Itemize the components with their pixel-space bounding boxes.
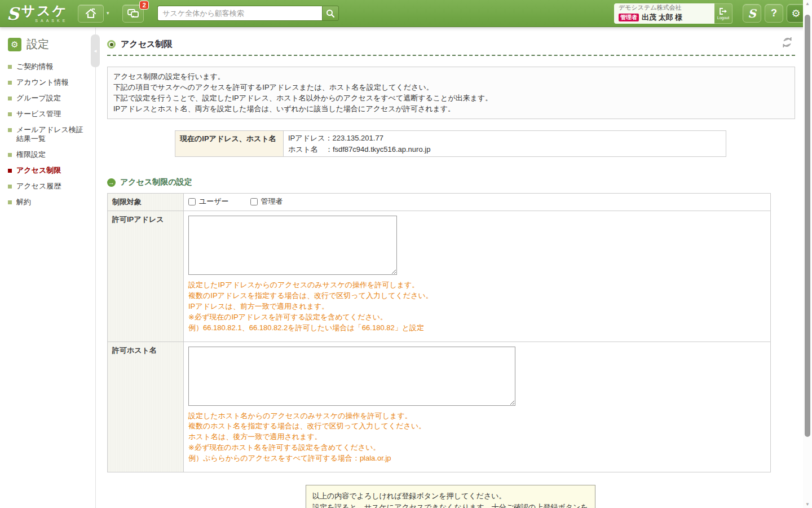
description-line: 下記の項目でサスケへのアクセスを許可するIPアドレスまたは、ホスト名を設定してく… — [113, 82, 789, 93]
bullet-icon — [8, 65, 12, 69]
current-address-label: 現在のIPアドレス、ホスト名 — [175, 131, 284, 157]
sidebar-item-mail-verification[interactable]: メールアドレス検証結果一覧 — [8, 125, 95, 144]
host-notes: 設定したホスト名からのアクセスのみサスケの操作を許可します。 複数のホスト名を指… — [188, 411, 766, 464]
saaske-logo-icon: S — [7, 6, 19, 23]
sidebar-item-account[interactable]: アカウント情報 — [8, 78, 95, 87]
confirm-line: 以上の内容でよろしければ登録ボタンを押してください。 — [312, 491, 589, 502]
main-content: アクセス制限 アクセス制限の設定を行います。 下記の項目でサスケへのアクセスを許… — [96, 28, 803, 508]
admin-checkbox[interactable] — [250, 198, 258, 205]
page-title-bullet-icon — [107, 40, 116, 49]
sidebar-item-permissions[interactable]: 権限設定 — [8, 150, 95, 160]
logout-button[interactable]: Logout — [714, 3, 732, 24]
bullet-icon — [8, 169, 12, 173]
bullet-icon — [8, 128, 12, 132]
search-button[interactable] — [322, 6, 339, 21]
description-line: アクセス制限の設定を行います。 — [113, 72, 789, 82]
bullet-icon — [8, 97, 12, 100]
notification-badge: 2 — [139, 1, 149, 10]
home-button[interactable] — [78, 5, 104, 23]
ip-notes: 設定したIPアドレスからのアクセスのみサスケの操作を許可します。 複数のIPアド… — [188, 280, 766, 333]
home-dropdown-caret[interactable]: ▼ — [105, 11, 110, 16]
description-box: アクセス制限の設定を行います。 下記の項目でサスケへのアクセスを許可するIPアド… — [107, 67, 795, 119]
sidebar-title-label: 設定 — [27, 37, 49, 52]
user-info-box: デモシステム株式会社 管理者 出茂 太郎 様 — [614, 3, 714, 24]
confirm-box: 以上の内容でよろしければ登録ボタンを押してください。 設定を誤ると、サスケにアク… — [306, 485, 595, 508]
allowed-host-label: 許可ホスト名 — [108, 341, 184, 472]
search-input[interactable] — [157, 6, 322, 21]
logo-subtext: SAASKE — [35, 19, 68, 23]
refresh-icon — [780, 36, 794, 49]
chat-icon — [127, 8, 139, 19]
sidebar-item-contract[interactable]: ご契約情報 — [8, 62, 95, 72]
section-arrow-icon: → — [107, 178, 116, 187]
logout-label: Logout — [717, 16, 729, 20]
gear-icon: ⚙ — [791, 7, 800, 20]
title-divider — [107, 55, 795, 56]
bullet-icon — [8, 153, 12, 157]
saaske-home-button[interactable]: S — [743, 4, 761, 23]
settings-gear-icon: ⚙ — [8, 38, 21, 51]
sidebar-item-group[interactable]: グループ設定 — [8, 94, 95, 103]
page-scrollbar: ▲ ▼ — [803, 0, 812, 508]
user-name: 出茂 太郎 様 — [642, 12, 682, 23]
bullet-icon — [8, 200, 12, 204]
checkbox-user[interactable]: ユーザー — [188, 196, 229, 207]
description-line: IPアドレスとホスト名、両方を設定した場合は、いずれかに該当した場合にアクセスが… — [113, 104, 789, 115]
scroll-down-arrow[interactable]: ▼ — [803, 502, 812, 507]
collapse-arrow-icon: ◄ — [93, 49, 98, 54]
settings-sidebar: ◄ ⚙ 設定 ご契約情報 アカウント情報 グループ設定 サービス管理 メールアド… — [0, 28, 96, 508]
refresh-button[interactable] — [780, 36, 794, 49]
home-icon — [85, 8, 96, 19]
current-host-value: ホスト名 ：fsdf87c94d.tkyc516.ap.nuro.jp — [288, 144, 721, 155]
company-name: デモシステム株式会社 — [619, 4, 710, 11]
description-line: 下記で設定を行うことで、設定したIPアドレス、ホスト名以外からのアクセスをすべて… — [113, 93, 789, 104]
sidebar-item-access-history[interactable]: アクセス履歴 — [8, 182, 95, 191]
current-ip-value: IPアドレス：223.135.201.77 — [288, 133, 721, 144]
bullet-icon — [8, 112, 12, 116]
help-button[interactable]: ? — [765, 4, 783, 23]
restriction-target-label: 制限対象 — [108, 194, 184, 211]
role-badge: 管理者 — [619, 14, 639, 21]
page-title: アクセス制限 — [121, 39, 172, 50]
sidebar-collapse-tab[interactable]: ◄ — [91, 34, 100, 67]
search-icon — [326, 9, 335, 18]
user-checkbox[interactable] — [188, 198, 196, 205]
current-address-table: 現在のIPアドレス、ホスト名 IPアドレス：223.135.201.77 ホスト… — [175, 130, 726, 157]
section-title: アクセス制限の設定 — [120, 177, 192, 187]
logout-icon — [719, 7, 728, 15]
confirm-line: 設定を誤ると、サスケにアクセスできなくなります。十分ご確認の上登録ボタンを押して… — [312, 502, 589, 508]
scrollbar-thumb[interactable] — [805, 15, 810, 437]
sidebar-item-cancel[interactable]: 解約 — [8, 198, 95, 207]
sidebar-item-access-restriction[interactable]: アクセス制限 — [8, 166, 95, 176]
bullet-icon — [8, 185, 12, 189]
access-restriction-form: 制限対象 ユーザー 管理者 許可IPアドレス — [107, 193, 771, 472]
bullet-icon — [8, 81, 12, 85]
allowed-ip-label: 許可IPアドレス — [108, 211, 184, 341]
app-header: S サスケ SAASKE ▼ 2 — [0, 0, 812, 27]
checkbox-admin[interactable]: 管理者 — [250, 196, 283, 207]
allowed-host-textarea[interactable] — [188, 347, 515, 406]
logo-text: サスケ — [21, 4, 68, 17]
scroll-up-arrow[interactable]: ▲ — [803, 1, 812, 6]
sidebar-menu: ご契約情報 アカウント情報 グループ設定 サービス管理 メールアドレス検証結果一… — [8, 62, 95, 207]
allowed-ip-textarea[interactable] — [188, 216, 397, 275]
sidebar-item-service[interactable]: サービス管理 — [8, 110, 95, 119]
saaske-logo: S サスケ SAASKE — [7, 4, 68, 23]
sidebar-title: ⚙ 設定 — [8, 37, 95, 52]
